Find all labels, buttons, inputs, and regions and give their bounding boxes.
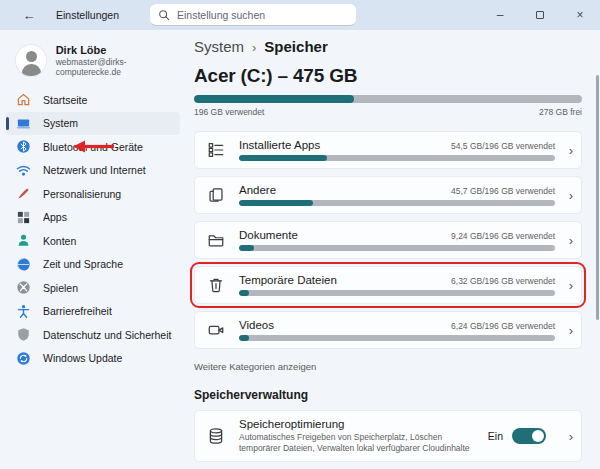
sidebar-item-personalisierung[interactable]: Personalisierung: [6, 182, 180, 206]
sidebar-item-label: Apps: [43, 211, 67, 223]
category-usage: 54,5 GB/196 GB verwendet: [451, 141, 555, 151]
storage-sense-description: Automatisches Freigeben von Speicherplat…: [239, 432, 478, 454]
sidebar-item-windows-update[interactable]: Windows Update: [6, 347, 180, 371]
user-name: Dirk Löbe: [56, 44, 186, 57]
sidebar-item-bluetooth[interactable]: Bluetooth und Geräte: [6, 135, 180, 159]
category-progress-fill: [239, 290, 249, 296]
main-content: System › Speicher Acer (C:) – 475 GB 196…: [186, 30, 600, 469]
sidebar-item-label: Netzwerk und Internet: [43, 164, 146, 176]
drive-used-label: 196 GB verwendet: [194, 107, 264, 117]
sidebar-item-konten[interactable]: Konten: [6, 229, 180, 253]
sidebar-item-netzwerk[interactable]: Netzwerk und Internet: [6, 159, 180, 183]
trash-icon: [207, 276, 225, 294]
breadcrumb-separator-icon: ›: [252, 40, 256, 55]
globe-clock-icon: [16, 257, 31, 272]
database-icon: [207, 427, 225, 445]
storage-category-list: Installierte Apps 54,5 GB/196 GB verwend…: [194, 131, 582, 349]
video-camera-icon: [207, 321, 225, 339]
search-icon: [158, 9, 170, 21]
minimize-button[interactable]: –: [480, 0, 520, 30]
sidebar-item-startseite[interactable]: Startseite: [6, 88, 180, 112]
avatar: [16, 45, 46, 76]
category-progress-fill: [239, 335, 249, 341]
sidebar-item-label: Bluetooth und Geräte: [43, 141, 143, 153]
storage-sense-toggle[interactable]: [512, 428, 546, 444]
chevron-right-icon: ›: [555, 143, 573, 158]
category-label: Andere: [239, 184, 276, 196]
drive-progress-fill: [194, 95, 354, 103]
category-usage: 45,7 GB/196 GB verwendet: [451, 186, 555, 196]
user-profile[interactable]: Dirk Löbe webmaster@dirks-computerecke.d…: [0, 40, 186, 80]
sidebar-item-label: Barrierefreiheit: [43, 305, 112, 317]
category-label: Temporäre Dateien: [239, 274, 337, 286]
category-usage: 9,24 GB/196 GB verwendet: [451, 231, 555, 241]
drive-progress-track: [194, 95, 582, 103]
sidebar-item-apps[interactable]: Apps: [6, 206, 180, 230]
sidebar-item-label: Datenschutz und Sicherheit: [43, 329, 171, 341]
category-usage: 6,32 GB/196 GB verwendet: [451, 276, 555, 286]
sidebar-nav: Startseite System Bluetooth und Geräte N…: [0, 88, 186, 370]
chevron-right-icon: ›: [555, 429, 573, 444]
maximize-button[interactable]: [520, 0, 560, 30]
toggle-state-label: Ein: [488, 430, 503, 442]
category-row-dokumente[interactable]: Dokumente 9,24 GB/196 GB verwendet ›: [194, 221, 582, 259]
sidebar-item-label: Personalisierung: [43, 188, 121, 200]
show-more-categories-link[interactable]: Weitere Kategorien anzeigen: [194, 361, 316, 372]
user-email: webmaster@dirks-computerecke.de: [56, 57, 186, 77]
person-icon: [16, 233, 31, 248]
storage-management-heading: Speicherverwaltung: [194, 388, 582, 402]
sidebar-item-label: System: [43, 117, 78, 129]
sidebar-item-spielen[interactable]: Spielen: [6, 276, 180, 300]
sidebar-item-label: Zeit und Sprache: [43, 258, 123, 270]
category-label: Videos: [239, 319, 274, 331]
other-files-icon: [207, 186, 225, 204]
drive-title: Acer (C:) – 475 GB: [194, 65, 582, 87]
drive-free-label: 278 GB frei: [539, 107, 582, 117]
chevron-right-icon: ›: [555, 188, 573, 203]
category-label: Installierte Apps: [239, 139, 320, 151]
accessibility-icon: [16, 304, 31, 319]
brush-icon: [16, 186, 31, 201]
chevron-right-icon: ›: [555, 278, 573, 293]
category-label: Dokumente: [239, 229, 298, 241]
category-progress-track: [239, 155, 555, 161]
category-progress-track: [239, 245, 555, 251]
category-row-temporaere-dateien[interactable]: Temporäre Dateien 6,32 GB/196 GB verwend…: [194, 266, 582, 304]
vertical-scrollbar[interactable]: [596, 75, 599, 320]
search-input[interactable]: [177, 9, 348, 21]
category-progress-track: [239, 335, 555, 341]
sidebar-item-label: Windows Update: [43, 352, 122, 364]
sidebar-item-label: Spielen: [43, 282, 78, 294]
storage-sense-label: Speicheroptimierung: [239, 418, 478, 430]
close-button[interactable]: ×: [560, 0, 600, 30]
xbox-icon: [16, 280, 31, 295]
category-row-installierte-apps[interactable]: Installierte Apps 54,5 GB/196 GB verwend…: [194, 131, 582, 169]
settings-search-box[interactable]: [150, 4, 356, 26]
installed-apps-icon: [207, 141, 225, 159]
apps-grid-icon: [16, 210, 31, 225]
documents-folder-icon: [207, 231, 225, 249]
wifi-icon: [16, 163, 31, 178]
sidebar-item-datenschutz[interactable]: Datenschutz und Sicherheit: [6, 323, 180, 347]
chevron-right-icon: ›: [555, 233, 573, 248]
storage-sense-row[interactable]: Speicheroptimierung Automatisches Freige…: [194, 410, 582, 462]
sidebar-item-system[interactable]: System: [6, 112, 180, 136]
window-title: Einstellungen: [56, 9, 119, 21]
category-progress-track: [239, 290, 555, 296]
title-bar: ← Einstellungen – ×: [0, 0, 600, 30]
sidebar-item-barrierefreiheit[interactable]: Barrierefreiheit: [6, 300, 180, 324]
sidebar-item-zeit-sprache[interactable]: Zeit und Sprache: [6, 253, 180, 277]
settings-sidebar: Dirk Löbe webmaster@dirks-computerecke.d…: [0, 30, 186, 469]
chevron-right-icon: ›: [555, 323, 573, 338]
category-row-videos[interactable]: Videos 6,24 GB/196 GB verwendet ›: [194, 311, 582, 349]
update-icon: [16, 351, 31, 366]
sidebar-item-label: Startseite: [43, 94, 87, 106]
toggle-knob: [532, 430, 544, 442]
maximize-icon: [536, 11, 544, 19]
category-progress-fill: [239, 155, 327, 161]
shield-icon: [16, 327, 31, 342]
back-button[interactable]: ←: [14, 8, 44, 23]
breadcrumb-parent[interactable]: System: [194, 38, 244, 55]
category-row-andere[interactable]: Andere 45,7 GB/196 GB verwendet ›: [194, 176, 582, 214]
home-icon: [16, 92, 31, 107]
